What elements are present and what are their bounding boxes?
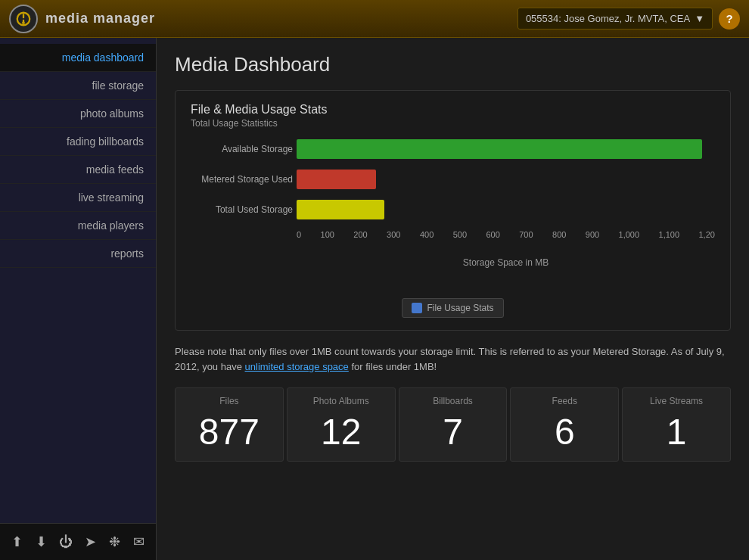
sidebar-item-file-storage[interactable]: file storage: [0, 72, 156, 100]
bar-fill-metered: [297, 170, 376, 189]
x-axis-title: Storage Space in MB: [297, 257, 715, 268]
unlimited-storage-link[interactable]: unlimited storage space: [245, 361, 349, 372]
chart-box: File & Media Usage Stats Total Usage Sta…: [175, 90, 731, 331]
main-layout: media dashboard file storage photo album…: [0, 38, 749, 560]
bar-row-available: Available Storage: [297, 139, 715, 159]
stat-card-live-streams: Live Streams 1: [622, 387, 731, 462]
chart-title: File & Media Usage Stats: [191, 103, 715, 117]
chevron-down-icon: ▼: [695, 13, 704, 24]
stat-card-photo-albums: Photo Albums 12: [287, 387, 396, 462]
stat-label-files: Files: [185, 396, 274, 406]
header: media manager 055534: Jose Gomez, Jr. MV…: [0, 0, 749, 38]
bar-track-available: [297, 139, 715, 159]
stat-value-files: 877: [185, 414, 274, 450]
mail-icon[interactable]: ✉: [129, 531, 150, 552]
sidebar-item-photo-albums[interactable]: photo albums: [0, 100, 156, 128]
bar-row-total: Total Used Storage: [297, 200, 715, 219]
notice-text-after: for files under 1MB!: [349, 361, 437, 372]
sidebar-item-live-streaming[interactable]: live streaming: [0, 184, 156, 212]
x-axis: 0 100 200 300 400 500 600 700 800 900 1,…: [297, 230, 715, 253]
x-axis-labels: 0 100 200 300 400 500 600 700 800 900 1,…: [297, 230, 715, 239]
bar-label-available: Available Storage: [191, 144, 293, 154]
app-title: media manager: [45, 11, 517, 26]
download-icon[interactable]: ⬇: [30, 531, 51, 552]
stat-value-photo-albums: 12: [297, 414, 386, 450]
help-button[interactable]: ?: [719, 8, 740, 30]
bar-fill-total: [297, 200, 384, 219]
chart-subtitle: Total Usage Statistics: [191, 118, 715, 129]
svg-point-1: [23, 22, 23, 23]
stat-label-live-streams: Live Streams: [632, 396, 721, 406]
page-title: Media Dashboard: [175, 53, 731, 76]
user-label: 055534: Jose Gomez, Jr. MVTA, CEA: [526, 13, 690, 24]
sidebar-item-media-dashboard[interactable]: media dashboard: [0, 44, 156, 72]
bar-track-metered: [297, 170, 715, 189]
stat-label-photo-albums: Photo Albums: [297, 396, 386, 406]
bar-row-metered: Metered Storage Used: [297, 170, 715, 189]
sidebar-item-reports[interactable]: reports: [0, 240, 156, 268]
forward-icon[interactable]: ➤: [79, 531, 101, 552]
bar-label-metered: Metered Storage Used: [191, 174, 293, 185]
chart-legend: File Usage Stats: [191, 298, 715, 318]
legend-color-box: [412, 303, 422, 313]
notice: Please note that only files over 1MB cou…: [175, 344, 731, 374]
sidebar: media dashboard file storage photo album…: [0, 38, 157, 560]
sidebar-footer: ⬆ ⬇ ⏻ ➤ ❉ ✉: [0, 523, 156, 560]
logo-icon: [9, 5, 38, 33]
stat-card-feeds: Feeds 6: [510, 387, 619, 462]
stat-card-files: Files 877: [175, 387, 284, 462]
sidebar-item-media-players[interactable]: media players: [0, 212, 156, 240]
sidebar-item-media-feeds[interactable]: media feeds: [0, 156, 156, 184]
bar-label-total: Total Used Storage: [191, 204, 293, 215]
power-icon[interactable]: ⏻: [55, 531, 76, 552]
sidebar-item-fading-billboards[interactable]: fading billboards: [0, 128, 156, 156]
stat-label-billboards: Billboards: [409, 396, 498, 406]
upload-icon[interactable]: ⬆: [6, 531, 27, 552]
legend-file-usage[interactable]: File Usage Stats: [402, 298, 503, 318]
stat-value-feeds: 6: [520, 414, 609, 450]
stat-label-feeds: Feeds: [520, 396, 609, 406]
bar-track-total: [297, 200, 715, 219]
stats-cards: Files 877 Photo Albums 12 Billboards 7 F…: [175, 387, 731, 462]
user-dropdown[interactable]: 055534: Jose Gomez, Jr. MVTA, CEA ▼: [517, 8, 713, 30]
stat-value-billboards: 7: [409, 414, 498, 450]
stat-card-billboards: Billboards 7: [399, 387, 508, 462]
stat-value-live-streams: 1: [632, 414, 721, 450]
bar-fill-available: [297, 139, 702, 159]
legend-label: File Usage Stats: [427, 303, 493, 313]
bar-chart: Available Storage Metered Storage Used T…: [191, 139, 715, 291]
content-area: Media Dashboard File & Media Usage Stats…: [157, 38, 749, 560]
copy-icon[interactable]: ❉: [104, 531, 125, 552]
sidebar-nav: media dashboard file storage photo album…: [0, 38, 156, 268]
